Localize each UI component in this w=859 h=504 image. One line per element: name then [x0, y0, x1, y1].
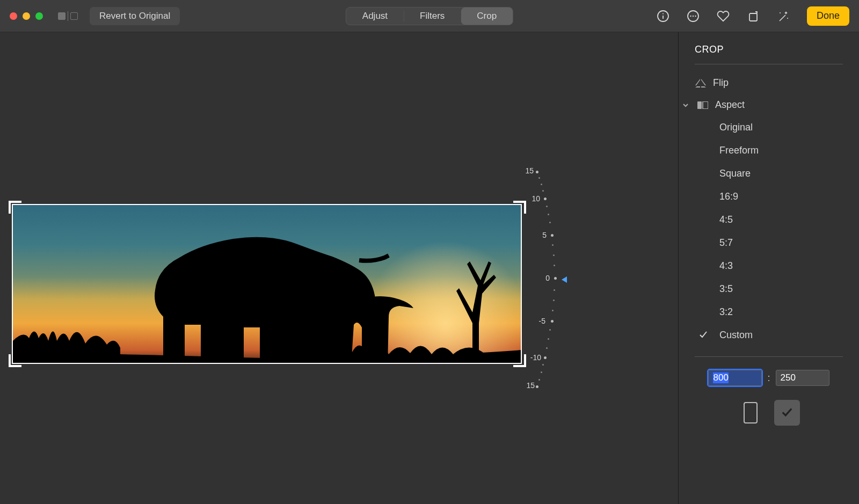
checkmark-icon	[699, 330, 708, 341]
crop-sidebar: CROP Flip Aspect Original Freeform Squar…	[678, 32, 859, 504]
edit-mode-tabs: Adjust Filters Crop	[346, 7, 513, 25]
ratio-width-input[interactable]	[708, 370, 762, 386]
crop-region[interactable]	[12, 204, 522, 364]
svg-rect-11	[703, 101, 708, 109]
aspect-option-16-9[interactable]: 16:9	[719, 185, 843, 208]
rotate-icon[interactable]	[747, 10, 760, 23]
svg-point-6	[695, 15, 696, 16]
svg-rect-10	[697, 101, 702, 109]
aspect-option-custom[interactable]: Custom	[719, 324, 843, 347]
aspect-option-3-2[interactable]: 3:2	[719, 301, 843, 324]
tab-filters[interactable]: Filters	[404, 8, 461, 25]
tab-adjust[interactable]: Adjust	[346, 8, 404, 25]
minimize-window-button[interactable]	[23, 12, 30, 20]
aspect-disclosure[interactable]: Aspect	[681, 94, 843, 116]
aspect-option-freeform[interactable]: Freeform	[719, 139, 843, 162]
revert-to-original-button[interactable]: Revert to Original	[90, 7, 180, 25]
straighten-dial[interactable]: 15 10 5 0 -5 -10 15	[521, 166, 569, 392]
photo-browser-toggle[interactable]	[58, 11, 78, 21]
crop-handle-top-left[interactable]	[9, 201, 21, 214]
ratio-separator: :	[767, 372, 770, 384]
svg-rect-7	[749, 13, 757, 21]
aspect-option-4-5[interactable]: 4:5	[719, 208, 843, 231]
toolbar-right-group: Done	[657, 6, 849, 26]
aspect-label: Aspect	[715, 99, 745, 111]
ratio-height-input[interactable]	[776, 370, 829, 386]
done-button[interactable]: Done	[807, 6, 849, 26]
svg-point-9	[787, 18, 788, 19]
custom-ratio-inputs: :	[695, 370, 843, 386]
photo-grass-silhouette	[13, 311, 522, 364]
aspect-option-5-7[interactable]: 5:7	[719, 231, 843, 254]
crop-canvas-area: 15 10 5 0 -5 -10 15	[0, 32, 678, 504]
close-window-button[interactable]	[10, 12, 17, 20]
flip-button[interactable]: Flip	[695, 72, 843, 94]
orientation-portrait-button[interactable]	[738, 400, 763, 426]
aspect-ratio-list: Original Freeform Square 16:9 4:5 5:7 4:…	[719, 116, 843, 347]
flip-icon	[695, 79, 707, 87]
sidebar-divider	[695, 356, 843, 357]
aspect-icon	[697, 101, 709, 109]
sidebar-title: CROP	[695, 44, 843, 64]
chevron-down-icon	[681, 102, 690, 108]
orientation-landscape-button[interactable]	[774, 400, 800, 426]
more-options-icon[interactable]	[687, 10, 700, 23]
aspect-option-square[interactable]: Square	[719, 162, 843, 185]
aspect-option-4-3[interactable]: 4:3	[719, 254, 843, 277]
top-toolbar: Revert to Original Adjust Filters Crop	[0, 0, 859, 32]
svg-point-8	[780, 12, 781, 13]
checkmark-icon	[781, 406, 793, 420]
window-controls	[10, 12, 43, 20]
svg-point-5	[693, 15, 694, 16]
aspect-option-3-5[interactable]: 3:5	[719, 277, 843, 301]
auto-enhance-icon[interactable]	[777, 10, 790, 23]
fullscreen-window-button[interactable]	[35, 12, 43, 20]
aspect-option-original[interactable]: Original	[719, 116, 843, 139]
flip-label: Flip	[713, 77, 729, 89]
svg-point-4	[690, 15, 691, 16]
orientation-buttons	[695, 400, 843, 426]
svg-point-2	[663, 13, 664, 14]
info-icon[interactable]	[657, 10, 669, 23]
favorite-heart-icon[interactable]	[717, 10, 730, 23]
dial-indicator-icon	[562, 276, 567, 283]
tab-crop[interactable]: Crop	[461, 8, 513, 25]
crop-handle-bottom-left[interactable]	[9, 354, 21, 367]
